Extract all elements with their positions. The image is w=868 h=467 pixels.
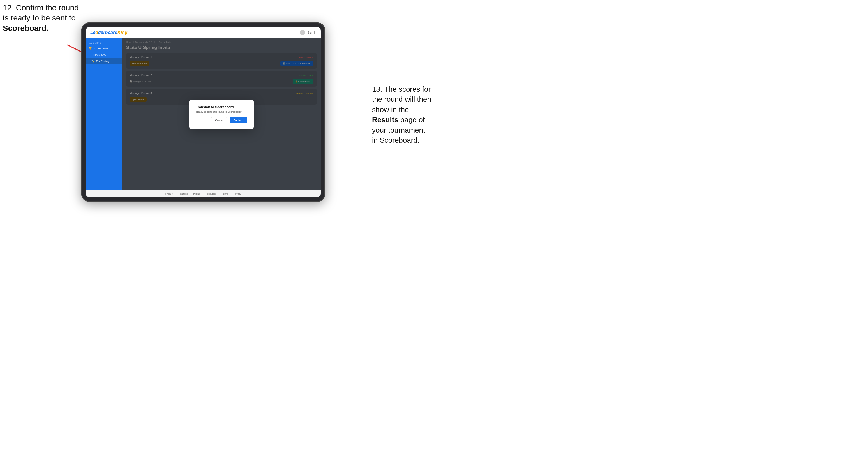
modal-overlay: Transmit to Scoreboard Ready to send thi… — [122, 38, 321, 190]
navbar-right: Sign In — [300, 30, 316, 35]
modal-cancel-button[interactable]: Cancel — [211, 117, 227, 123]
sign-in-link[interactable]: Sign In — [308, 31, 316, 34]
modal-box: Transmit to Scoreboard Ready to send thi… — [189, 99, 254, 129]
logo-text: LeaderboardKing — [90, 30, 127, 35]
modal-confirm-button[interactable]: Confirm — [229, 117, 247, 123]
footer-product[interactable]: Product — [165, 193, 173, 195]
tablet-screen: LeaderboardKing Sign In MAIN MENU 🏆 Tour… — [86, 27, 321, 197]
modal-subtitle: Ready to send this round to Scoreboard? — [196, 111, 247, 113]
edit-icon: ✏️ — [91, 60, 94, 63]
content-area: Home / Tournaments / State U Spring Invi… — [122, 38, 321, 190]
annotation-top-left: 12. Confirm the round is ready to be sen… — [3, 3, 79, 33]
create-new-label: + Create New — [91, 54, 106, 56]
modal-title: Transmit to Scoreboard — [196, 105, 247, 109]
footer: Product Features Pricing Resources Terms… — [86, 190, 321, 197]
sidebar-item-tournaments[interactable]: 🏆 Tournaments — [86, 45, 122, 52]
footer-resources[interactable]: Resources — [206, 193, 216, 195]
main-menu-label: MAIN MENU — [86, 41, 122, 45]
annotation-line1: 12. Confirm the round — [3, 3, 79, 12]
footer-pricing[interactable]: Pricing — [193, 193, 200, 195]
main-layout: MAIN MENU 🏆 Tournaments + Create New ✏️ … — [86, 38, 321, 190]
footer-features[interactable]: Features — [179, 193, 188, 195]
user-avatar-icon — [300, 30, 305, 35]
footer-privacy[interactable]: Privacy — [234, 193, 241, 195]
sidebar-item-edit-existing[interactable]: ✏️ Edit Existing — [86, 58, 122, 64]
tablet-frame: LeaderboardKing Sign In MAIN MENU 🏆 Tour… — [81, 23, 325, 202]
navbar-logo: LeaderboardKing — [90, 30, 127, 35]
footer-terms[interactable]: Terms — [222, 193, 228, 195]
edit-existing-label: Edit Existing — [96, 60, 109, 63]
modal-buttons: Cancel Confirm — [196, 117, 247, 123]
navbar: LeaderboardKing Sign In — [86, 27, 321, 38]
sidebar-tournaments-label: Tournaments — [93, 47, 108, 50]
annotation-line3: Scoreboard. — [3, 24, 49, 33]
annotation-right: 13. The scores forthe round will thensho… — [372, 84, 431, 145]
annotation-right-text: 13. The scores forthe round will thensho… — [372, 85, 431, 144]
annotation-line2: is ready to be sent to — [3, 13, 76, 22]
sidebar: MAIN MENU 🏆 Tournaments + Create New ✏️ … — [86, 38, 122, 190]
trophy-icon: 🏆 — [89, 47, 92, 50]
sidebar-item-create-new[interactable]: + Create New — [86, 52, 122, 58]
